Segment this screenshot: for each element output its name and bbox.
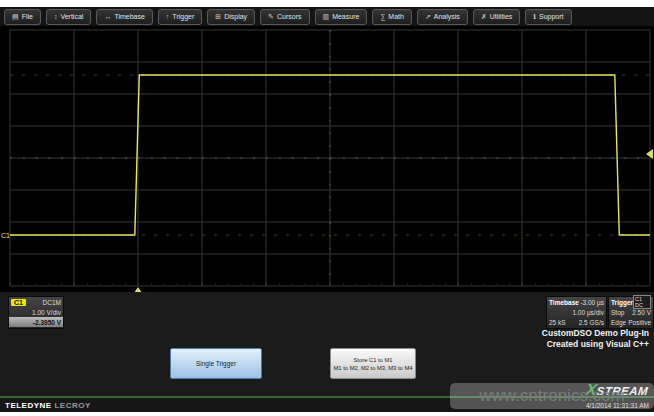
store-button-line1: Store C1 to M1 — [354, 356, 393, 364]
utilities-icon: ✗ — [481, 13, 487, 20]
menu-item-file[interactable]: ▤File — [4, 9, 41, 25]
trigger-title: Trigger — [611, 299, 633, 306]
brand-teledyne: TELEDYNE — [5, 401, 52, 410]
oscilloscope-window: ▤File↕Vertical↔Timebase↑Trigger⊞Display✎… — [0, 7, 654, 412]
trigger-source-badge: C1 DC — [633, 295, 651, 309]
menu-item-label: Display — [224, 13, 247, 20]
sample-rate: 2.5 GS/s — [579, 319, 604, 326]
coupling-label: DC1M — [43, 299, 61, 306]
clock-timestamp: 4/1/2014 11:31:31 AM — [586, 402, 649, 409]
analysis-icon: ↗ — [425, 13, 431, 20]
measure-icon: ▥ — [323, 13, 330, 20]
store-button-line2: M1 to M2, M2 to M3, M3 to M4 — [334, 364, 413, 372]
menu-item-label: File — [22, 13, 33, 20]
volts-per-div: 1.00 V/div — [32, 309, 61, 316]
trigger-type: Edge — [611, 319, 626, 326]
trigger-descriptor[interactable]: Trigger C1 DC Stop 2.50 V Edge Positive — [608, 296, 654, 329]
brand-lecroy: LECROY — [54, 401, 90, 410]
xstream-logo: XSTREAM — [585, 381, 650, 399]
timebase-descriptor[interactable]: Timebase -3.00 µs 1.00 µs/div 25 kS 2.5 … — [546, 296, 607, 329]
plugin-info: CustomDSO Demo Plug-In Created using Vis… — [542, 328, 649, 350]
file-icon: ▤ — [12, 13, 19, 20]
menu-bar: ▤File↕Vertical↔Timebase↑Trigger⊞Display✎… — [0, 7, 654, 27]
menu-item-support[interactable]: ℹSupport — [525, 9, 571, 25]
menu-item-label: Utilities — [490, 13, 513, 20]
menu-item-label: Analysis — [434, 13, 460, 20]
menu-item-label: Trigger — [172, 13, 194, 20]
bottom-panel: C1 DC1M 1.00 V/div -2.3950 V Timebase -3… — [0, 292, 654, 396]
menu-item-utilities[interactable]: ✗Utilities — [473, 9, 520, 25]
store-traces-button[interactable]: Store C1 to M1 M1 to M2, M2 to M3, M3 to… — [330, 348, 416, 379]
plugin-info-line1: CustomDSO Demo Plug-In — [542, 328, 649, 339]
menu-item-display[interactable]: ⊞Display — [207, 9, 255, 25]
display-icon: ⊞ — [215, 13, 221, 20]
menu-item-label: Timebase — [114, 13, 144, 20]
trigger-level: 2.50 V — [632, 309, 651, 316]
time-per-div: 1.00 µs/div — [572, 309, 604, 316]
menu-item-math[interactable]: ∑Math — [372, 9, 412, 25]
brand-logo: TELEDYNE LECROY — [5, 401, 91, 410]
timebase-title: Timebase — [549, 299, 579, 306]
trigger-mode: Stop — [611, 309, 624, 316]
status-bar: TELEDYNE LECROY 4/1/2014 11:31:31 AM — [0, 396, 654, 412]
channel-badge: C1 — [11, 299, 26, 306]
xstream-logo-text: STREAM — [595, 385, 648, 397]
single-trigger-label: Single Trigger — [196, 360, 236, 367]
menu-item-label: Measure — [332, 13, 359, 20]
math-icon: ∑ — [380, 13, 385, 20]
channel-offset: -2.3950 V — [33, 319, 61, 326]
timebase-icon: ↔ — [104, 13, 111, 20]
menu-item-cursors[interactable]: ✎Cursors — [260, 9, 309, 25]
timebase-delay: -3.00 µs — [580, 299, 604, 306]
menu-item-label: Cursors — [277, 13, 302, 20]
vertical-icon: ↕ — [54, 13, 58, 20]
menu-item-label: Math — [388, 13, 404, 20]
single-trigger-button[interactable]: Single Trigger — [170, 348, 262, 379]
trigger-icon: ↑ — [166, 13, 170, 20]
cursors-icon: ✎ — [268, 13, 274, 20]
screenshot-root: ▤File↕Vertical↔Timebase↑Trigger⊞Display✎… — [0, 0, 654, 416]
sample-count: 25 kS — [549, 319, 566, 326]
menu-item-measure[interactable]: ▥Measure — [315, 9, 368, 25]
menu-item-timebase[interactable]: ↔Timebase — [96, 9, 152, 25]
support-icon: ℹ — [533, 13, 536, 20]
menu-item-label: Vertical — [60, 13, 83, 20]
menu-item-analysis[interactable]: ↗Analysis — [417, 9, 468, 25]
menu-item-vertical[interactable]: ↕Vertical — [46, 9, 91, 25]
channel-descriptor-c1[interactable]: C1 DC1M 1.00 V/div -2.3950 V — [8, 296, 64, 329]
plugin-info-line2: Created using Visual C++ — [542, 339, 649, 350]
menu-item-trigger[interactable]: ↑Trigger — [158, 9, 202, 25]
menu-item-label: Support — [539, 13, 564, 20]
trigger-slope: Positive — [628, 319, 651, 326]
channel-zero-marker[interactable]: C1 — [1, 232, 10, 239]
waveform-display: C1 — [0, 27, 654, 292]
